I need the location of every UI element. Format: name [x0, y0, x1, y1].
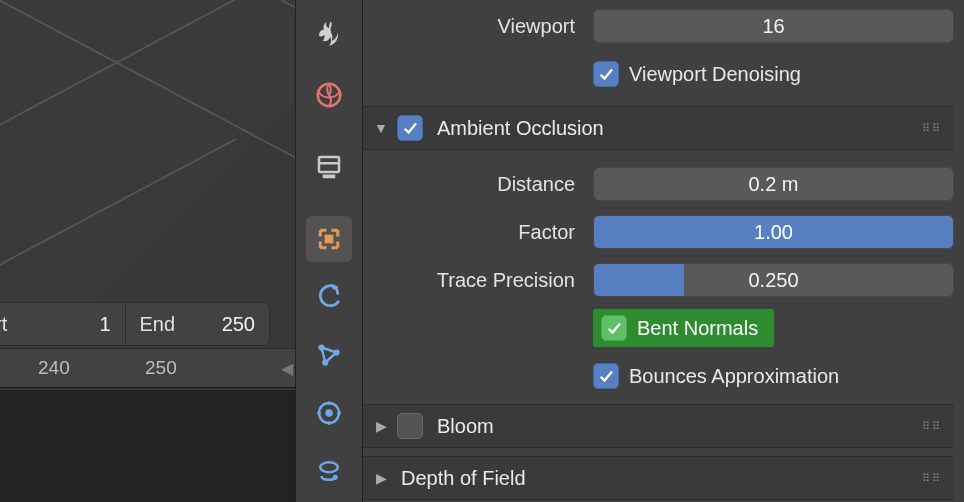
timeline-end-value: 250 — [222, 313, 255, 336]
timeline-end-label: End — [140, 313, 176, 336]
tab-modifier-icon[interactable] — [306, 390, 352, 436]
section-ao-enable-checkbox[interactable] — [397, 115, 423, 141]
svg-rect-3 — [323, 175, 336, 179]
timeline-range[interactable]: rt 1 End 250 — [0, 302, 270, 346]
section-dof-header[interactable]: ▶ Depth of Field ⠿⠿ — [363, 456, 954, 500]
tab-output-icon[interactable] — [306, 72, 352, 118]
ruler-tick: 240 — [38, 357, 70, 379]
timeline-track[interactable] — [0, 390, 295, 502]
timeline-end-field[interactable]: End 250 — [125, 303, 270, 345]
svg-point-13 — [317, 411, 321, 415]
timeline-ruler[interactable]: 240 250 — [0, 348, 295, 388]
properties-tab-strip: ◀ — [295, 0, 363, 502]
grid-line — [0, 0, 295, 339]
tab-world-icon[interactable] — [306, 274, 352, 320]
tab-render-icon[interactable] — [306, 14, 352, 60]
ao-trace-label: Trace Precision — [363, 269, 593, 292]
drag-handle-icon[interactable]: ⠿⠿ — [922, 476, 942, 481]
properties-panel: Viewport 16 Viewport Denoising ▼ — [363, 0, 964, 502]
ao-bounces-checkbox[interactable]: Bounces Approximation — [593, 363, 839, 389]
section-bloom-enable-checkbox[interactable] — [397, 413, 423, 439]
tab-scene-icon[interactable] — [306, 216, 352, 262]
ao-distance-label: Distance — [363, 173, 593, 196]
tab-viewlayer-icon[interactable] — [306, 144, 352, 190]
viewport-denoising-checkbox[interactable]: Viewport Denoising — [593, 61, 801, 87]
viewport-samples-label: Viewport — [363, 15, 593, 38]
timeline-start-label: rt — [0, 313, 7, 336]
ao-bent-normals-checkbox[interactable]: Bent Normals — [593, 309, 774, 347]
svg-point-14 — [320, 462, 338, 472]
chevron-right-icon: ▶ — [371, 418, 391, 434]
svg-point-9 — [325, 409, 333, 417]
svg-point-15 — [333, 475, 338, 480]
chevron-down-icon: ▼ — [371, 120, 391, 136]
ao-factor-field[interactable]: 1.00 — [593, 215, 954, 249]
ruler-tick: 250 — [145, 357, 177, 379]
timeline-start-value: 1 — [99, 313, 110, 336]
grid-line — [0, 0, 295, 189]
checkbox-checked-icon — [593, 61, 619, 87]
section-bloom-header[interactable]: ▶ Bloom ⠿⠿ — [363, 404, 954, 448]
checkbox-checked-icon — [593, 363, 619, 389]
checkbox-checked-icon — [601, 315, 627, 341]
drag-handle-icon[interactable]: ⠿⠿ — [922, 424, 942, 429]
viewport-samples-field[interactable]: 16 — [593, 9, 954, 43]
collapse-panel-icon[interactable]: ◀ — [278, 356, 296, 380]
tab-particles-icon[interactable] — [306, 448, 352, 494]
tab-object-icon[interactable] — [306, 332, 352, 378]
section-ambient-occlusion-header[interactable]: ▼ Ambient Occlusion ⠿⠿ — [363, 106, 954, 150]
svg-point-12 — [327, 421, 331, 425]
grid-line — [0, 0, 236, 282]
chevron-right-icon: ▶ — [371, 470, 391, 486]
timeline-start-field[interactable]: rt 1 — [0, 303, 125, 345]
ao-distance-field[interactable]: 0.2 m — [593, 167, 954, 201]
drag-handle-icon[interactable]: ⠿⠿ — [922, 126, 942, 131]
ao-trace-field[interactable]: 0.250 — [593, 263, 954, 297]
svg-point-10 — [327, 401, 331, 405]
svg-rect-4 — [325, 235, 334, 244]
viewport-area[interactable]: rt 1 End 250 240 250 — [0, 0, 295, 502]
svg-point-11 — [337, 411, 341, 415]
ao-factor-label: Factor — [363, 221, 593, 244]
